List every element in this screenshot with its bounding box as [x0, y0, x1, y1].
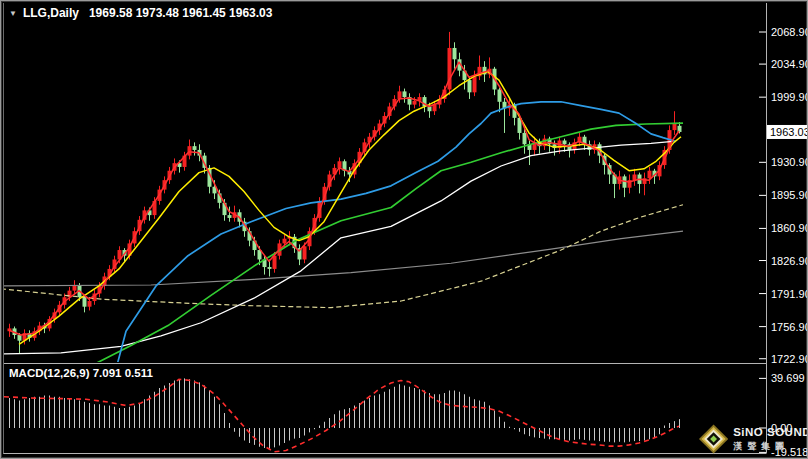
main-chart-area [1, 32, 683, 369]
candle-body [73, 286, 77, 291]
candle-body [268, 267, 272, 269]
chart-window: SiNO SOUND 漢聲集團 2068.902034.901999.90193… [0, 0, 808, 459]
price-axis-label: 1860.90 [771, 222, 808, 234]
candle-body [498, 90, 502, 102]
candle-body [523, 133, 527, 144]
candle-body [453, 48, 457, 59]
price-axis-label: 2068.90 [771, 26, 808, 38]
price-axis-label: 1826.90 [771, 255, 808, 267]
symbol-timeframe-label: LLG,Daily [23, 6, 79, 20]
chart-title: ▼LLG,Daily1969.58 1973.48 1961.45 1963.0… [9, 6, 272, 20]
price-axis-label: 1895.90 [771, 189, 808, 201]
candle-body [188, 146, 192, 155]
candle-body [473, 76, 477, 92]
symbol-dropdown-icon[interactable]: ▼ [9, 9, 17, 18]
candle-body [413, 101, 417, 105]
price-axis-label: 2034.90 [771, 58, 808, 70]
ma-line-yellow-fast [19, 72, 681, 345]
candle-body [303, 246, 307, 259]
ma-line-white-slow [1, 141, 673, 353]
candle-body [398, 91, 402, 99]
indicator-label: MACD(12,26,9) 7.091 0.511 [9, 367, 153, 379]
current-price-label: 1963.03 [770, 126, 808, 138]
candle-body [428, 107, 432, 112]
price-axis-label: 1791.90 [771, 288, 808, 300]
candle-body [648, 171, 652, 179]
macd-signal-line [4, 379, 679, 452]
macd-panel [4, 378, 680, 451]
broker-logo: SiNO SOUND 漢聲集團 [699, 420, 808, 458]
candle-body [403, 91, 407, 97]
candle-body [83, 297, 87, 306]
price-axis-label: 1756.90 [771, 321, 808, 333]
candle-body [228, 215, 232, 218]
candle-body [88, 301, 92, 307]
candle-body [563, 141, 567, 145]
candle-body [633, 174, 637, 180]
candle-body [283, 239, 287, 244]
macd-axis-label: 39.699 [771, 372, 805, 384]
price-axis-label: 1999.90 [771, 91, 808, 103]
price-axis-label: 1930.90 [771, 156, 808, 168]
candle-body [193, 146, 197, 150]
chart-canvas[interactable]: 2068.902034.901999.901930.901895.901860.… [1, 1, 808, 459]
candle-body [338, 161, 342, 168]
price-axis-label: 1722.90 [771, 353, 808, 365]
candle-body [673, 124, 677, 131]
logo-text: SiNO SOUND [733, 427, 808, 439]
candle-body [18, 335, 22, 341]
ohlc-values: 1969.58 1973.48 1961.45 1963.03 [89, 6, 273, 20]
logo-diamond-icon [699, 422, 728, 456]
candle-body [468, 80, 472, 92]
logo-cjk-text: 漢聲集團 [733, 442, 808, 451]
